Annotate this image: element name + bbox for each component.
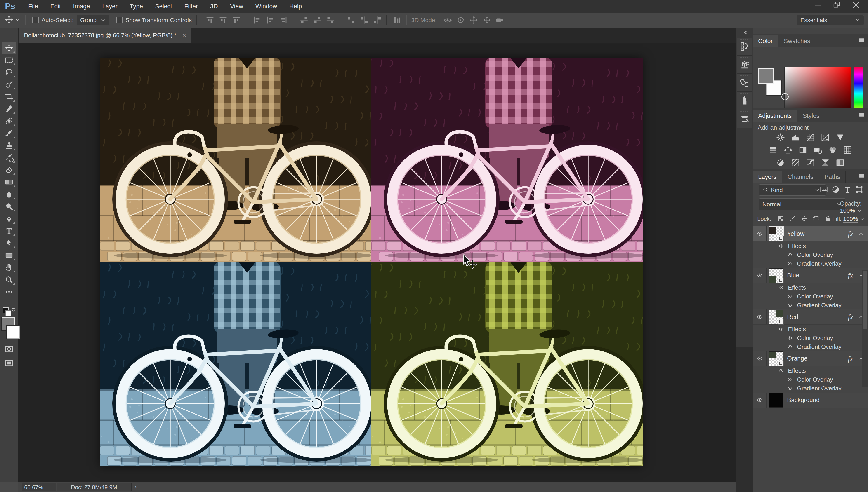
visibility-eye-icon[interactable] [787,386,793,391]
pen-tool[interactable] [2,213,16,225]
brush-presets-panel-icon[interactable] [737,92,752,110]
visibility-eye-icon[interactable] [787,261,793,266]
effect-row-gradient-overlay[interactable]: Gradient Overlay [753,384,868,393]
tab-styles[interactable]: Styles [797,110,825,122]
auto-select-dropdown[interactable]: Group [77,15,110,25]
history-brush-tool[interactable] [2,152,16,164]
menu-type[interactable]: Type [124,3,149,10]
align-bottom-edges-icon[interactable] [232,16,241,25]
color-balance-adjustment-icon[interactable] [783,146,793,154]
tab-color[interactable]: Color [753,35,778,47]
effect-row-gradient-overlay[interactable]: Gradient Overlay [753,259,868,268]
dodge-tool[interactable] [2,200,16,213]
filter-adjustment-icon[interactable] [831,185,840,194]
rectangle-shape-tool[interactable] [2,249,16,261]
channel-mixer-adjustment-icon[interactable] [828,146,838,154]
clone-stamp-tool[interactable] [2,139,16,152]
photo-quadrant-bottom-left[interactable] [100,262,371,466]
vibrance-adjustment-icon[interactable] [835,133,845,142]
crop-tool[interactable] [2,91,16,103]
menu-layer[interactable]: Layer [96,3,124,10]
blend-mode-dropdown[interactable]: Normal [759,198,845,210]
lasso-tool[interactable] [2,66,16,78]
align-right-edges-icon[interactable] [279,16,288,25]
path-selection-tool[interactable] [2,237,16,249]
blur-tool[interactable] [2,188,16,200]
lock-pixels-icon[interactable] [789,215,796,222]
eyedropper-tool[interactable] [2,103,16,115]
quick-mask-button[interactable] [4,344,14,353]
menu-window[interactable]: Window [249,3,283,10]
distribute-left-edges-icon[interactable] [347,16,356,25]
move-tool[interactable] [2,42,16,54]
filter-smart-object-icon[interactable] [867,185,868,194]
visibility-eye-icon[interactable] [778,327,784,331]
lock-artboard-icon[interactable] [813,215,820,222]
brightness-contrast-adjustment-icon[interactable] [776,133,785,142]
visibility-eye-icon[interactable] [756,272,764,278]
panel-menu-icon[interactable] [858,36,865,43]
filter-image-icon[interactable] [820,185,828,194]
visibility-eye-icon[interactable] [756,231,764,237]
levels-adjustment-icon[interactable] [791,133,800,142]
status-options-chevron[interactable]: › [135,483,137,490]
menu-filter[interactable]: Filter [178,3,204,10]
zoom-level-field[interactable]: 66.67% [22,483,56,491]
spot-healing-brush-tool[interactable] [2,115,16,127]
auto-align-layers-icon[interactable] [392,16,401,25]
distribute-right-edges-icon[interactable] [373,16,382,25]
layer-thumbnail[interactable] [769,310,783,324]
lock-all-icon[interactable] [824,215,831,222]
3d-roll-icon[interactable] [456,16,465,25]
layer-row-background[interactable]: Background [753,393,868,408]
photo-quadrant-bottom-right[interactable] [371,262,643,466]
history-panel-icon[interactable] [737,38,752,55]
curves-adjustment-icon[interactable] [805,133,815,142]
fill-control[interactable]: Fill: 100% [832,216,865,222]
menu-help[interactable]: Help [283,3,308,10]
visibility-eye-icon[interactable] [787,377,793,382]
quick-selection-tool[interactable] [2,78,16,91]
minimize-window-icon[interactable] [813,0,823,9]
posterize-adjustment-icon[interactable] [791,158,800,167]
photo-filter-adjustment-icon[interactable] [813,146,823,154]
opacity-control[interactable]: Opacity: 100% [840,200,868,214]
menu-3d[interactable]: 3D [204,3,224,10]
3d-camera-icon[interactable] [495,16,505,25]
selective-color-adjustment-icon[interactable] [820,158,830,167]
hue-saturation-adjustment-icon[interactable] [768,146,778,154]
effects-row[interactable]: Effects [753,283,868,292]
expand-panels-icon[interactable] [743,30,750,35]
color-lookup-adjustment-icon[interactable] [843,146,853,154]
gradient-map-adjustment-icon[interactable] [835,158,845,167]
menu-view[interactable]: View [224,3,249,10]
threshold-adjustment-icon[interactable] [805,158,815,167]
visibility-eye-icon[interactable] [778,244,784,248]
distribute-vertical-centers-icon[interactable] [313,16,322,25]
tab-paths[interactable]: Paths [819,171,846,182]
layer-fx-badge[interactable]: fx [848,230,853,238]
swap-colors-icon[interactable] [11,307,17,313]
foreground-color-well[interactable] [758,69,774,84]
brush-tool[interactable] [2,127,16,139]
filter-type-icon[interactable] [843,185,852,194]
3d-orbit-icon[interactable] [443,16,452,25]
close-window-icon[interactable] [851,0,861,9]
tool-preset-chevron-icon[interactable] [15,17,20,23]
filter-shape-icon[interactable] [855,185,864,194]
layer-name[interactable]: Blue [787,272,799,279]
layer-row-red[interactable]: Redfx [753,310,868,325]
invert-adjustment-icon[interactable] [776,158,785,167]
visibility-eye-icon[interactable] [756,397,764,403]
effect-row-gradient-overlay[interactable]: Gradient Overlay [753,342,868,351]
lock-position-icon[interactable] [801,215,808,222]
align-top-edges-icon[interactable] [206,16,214,25]
restore-window-icon[interactable] [832,0,842,9]
effect-row-color-overlay[interactable]: Color Overlay [753,250,868,259]
tool-presets-panel-icon[interactable] [737,110,752,128]
effects-row[interactable]: Effects [753,242,868,250]
layer-name[interactable]: Orange [787,355,807,362]
menu-image[interactable]: Image [67,3,96,10]
menu-file[interactable]: File [22,3,44,10]
tab-swatches[interactable]: Swatches [778,35,816,47]
